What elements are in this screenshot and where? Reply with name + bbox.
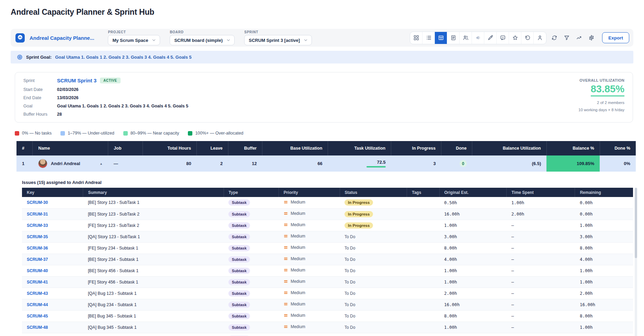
issue-type-badge: Subtask [228, 290, 250, 297]
members-table: #NameJobTotal HoursLeaveBufferBase Utili… [16, 141, 636, 172]
megaphone-icon[interactable] [472, 32, 484, 44]
issue-key-link[interactable]: SCRUM-31 [27, 212, 48, 217]
issue-type-badge: Subtask [228, 211, 250, 217]
member-index: 1 [16, 155, 33, 172]
issue-type-badge: Subtask [228, 302, 250, 308]
sprint-name-link[interactable]: SCRUM Sprint 3 [57, 78, 97, 83]
star-icon[interactable] [509, 32, 521, 44]
grid-icon[interactable] [410, 32, 422, 44]
sprint-info-card: Sprint SCRUM Sprint 3 ACTIVE Start Date … [15, 72, 633, 123]
target-icon [17, 54, 23, 60]
export-button[interactable]: Export [602, 32, 629, 43]
issue-original-estimate: 8.00h [439, 310, 507, 322]
scrollbar-thumb[interactable] [635, 188, 637, 258]
settings-icon[interactable] [586, 33, 597, 43]
sprint-selector-group: SPRINT SCRUM Sprint 3 [active] [244, 30, 312, 45]
members-column-done: Done % [600, 141, 636, 155]
issue-tags [407, 242, 439, 254]
issue-key-link[interactable]: SCRUM-36 [27, 246, 48, 251]
issue-key-link[interactable]: SCRUM-35 [27, 234, 48, 239]
document-icon[interactable] [447, 32, 460, 44]
issue-priority-label: Medium [291, 234, 305, 239]
board-value: SCRUM board (simple) [174, 38, 223, 43]
issue-key-link[interactable]: SCRUM-48 [27, 325, 48, 330]
board-dropdown[interactable]: SCRUM board (simple) [170, 35, 235, 45]
app-name-link[interactable]: Andreal Capacity Planne... [30, 35, 94, 41]
filter-icon[interactable] [562, 33, 572, 43]
toolbar: Export [410, 32, 629, 44]
issue-type-badge: Subtask [228, 268, 250, 274]
issue-key-link[interactable]: SCRUM-37 [27, 257, 48, 262]
issue-summary: [BE] Story 234 - Subtask 1 [83, 254, 224, 265]
members-column-balance-utilization: Balance Utilization [472, 141, 546, 155]
members-count: 2 of 2 members [578, 99, 624, 106]
members-column-balance: Balance % [546, 141, 600, 155]
goal-value: Goal Utama 1. Goals 1 2. Goals 2 3. Goal… [57, 104, 188, 108]
legend-swatch [15, 131, 19, 136]
members-column-job: Job [108, 141, 143, 155]
list-icon[interactable] [422, 32, 435, 44]
person-icon[interactable] [534, 32, 546, 44]
pen-icon[interactable] [484, 32, 497, 44]
issue-row: SCRUM-41 [FE] Story 456 - Subtask 1 Subt… [22, 276, 633, 288]
issue-row: SCRUM-35 [QA] Story 123 - SubTask 1 Subt… [22, 231, 633, 242]
comment-icon[interactable] [497, 32, 509, 44]
issue-summary: [FE] Story 234 - Subtask 1 [83, 242, 224, 254]
table-icon[interactable] [435, 32, 447, 44]
issues-scrollbar[interactable] [635, 188, 637, 336]
issue-summary: [QA] Story 123 - SubTask 1 [83, 231, 224, 242]
users-icon[interactable] [460, 32, 472, 44]
issue-time-spent: – [507, 333, 575, 336]
member-row[interactable]: 1 Andri Andreal ▲ — 80 2 12 66 72.5 3 0 [16, 155, 636, 172]
issue-status-badge: To Do [344, 314, 355, 318]
members-column-task-utilization: Task Utilization [328, 141, 391, 155]
issue-priority-label: Medium [291, 313, 305, 318]
members-column-: # [16, 141, 33, 155]
issue-type-badge: Subtask [228, 222, 250, 229]
issue-key-link[interactable]: SCRUM-45 [27, 314, 48, 318]
issue-key-link[interactable]: SCRUM-41 [27, 280, 48, 285]
app-logo[interactable] [15, 33, 25, 43]
issue-row: SCRUM-37 [BE] Story 234 - Subtask 1 Subt… [22, 254, 633, 265]
utilization-value: 83.85% [591, 84, 624, 96]
issue-row: SCRUM-49 [FE] Task 123 - Subtask 1 Subta… [22, 333, 633, 336]
issue-time-spent: – [507, 231, 575, 242]
project-dropdown[interactable]: My Scrum Space [108, 35, 160, 45]
issue-remaining: 1.00h [575, 322, 633, 333]
sprint-goal-text: Goal Utama 1. Goals 1 2. Goals 2 3. Goal… [55, 55, 191, 60]
issue-time-spent: – [507, 265, 575, 276]
issue-status-badge: To Do [344, 268, 355, 273]
issue-row: SCRUM-30 [BE] Story 123 - SubTask 1 Subt… [22, 197, 633, 208]
utilization-label: OVERALL UTILIZATION [578, 78, 624, 82]
collapse-caret-icon[interactable]: ▲ [100, 162, 103, 165]
issue-remaining: 0.00h [575, 197, 633, 208]
issue-key-link[interactable]: SCRUM-33 [27, 223, 48, 228]
issue-type-badge: Subtask [228, 313, 250, 319]
field-label-goal: Goal [23, 104, 57, 108]
issue-key-link[interactable]: SCRUM-44 [27, 302, 48, 307]
issue-priority-label: Medium [291, 211, 305, 216]
issue-status-badge: To Do [344, 246, 355, 251]
task-utilization-value: 72.5 [377, 160, 385, 165]
issue-tags [407, 231, 439, 242]
issue-time-spent: – [507, 220, 575, 231]
issue-original-estimate: 16.00h [439, 208, 507, 220]
sprint-goal-label: Sprint Goal: [26, 55, 52, 60]
issue-row: SCRUM-33 [FE] Story 123 - SubTask 2 Subt… [22, 220, 633, 231]
issue-key-link[interactable]: SCRUM-43 [27, 291, 48, 296]
issue-time-spent: – [507, 288, 575, 299]
priority-medium-icon [283, 290, 288, 295]
sprint-dropdown[interactable]: SCRUM Sprint 3 [active] [244, 35, 312, 45]
undo-icon[interactable] [521, 32, 534, 44]
issue-remaining: 8.00h [575, 242, 633, 254]
member-buffer: 12 [228, 155, 262, 172]
member-name: Andri Andreal [51, 161, 80, 166]
refresh-icon[interactable] [549, 33, 560, 43]
issue-remaining: 1.00h [575, 220, 633, 231]
trend-icon[interactable] [574, 33, 584, 43]
issue-priority-label: Medium [291, 279, 305, 284]
issue-key-link[interactable]: SCRUM-30 [27, 200, 48, 205]
issue-key-link[interactable]: SCRUM-40 [27, 268, 48, 273]
members-column-total-hours: Total Hours [143, 141, 197, 155]
issue-row: SCRUM-43 [QA] Bug 123 - Subtask 1 Subtas… [22, 288, 633, 299]
